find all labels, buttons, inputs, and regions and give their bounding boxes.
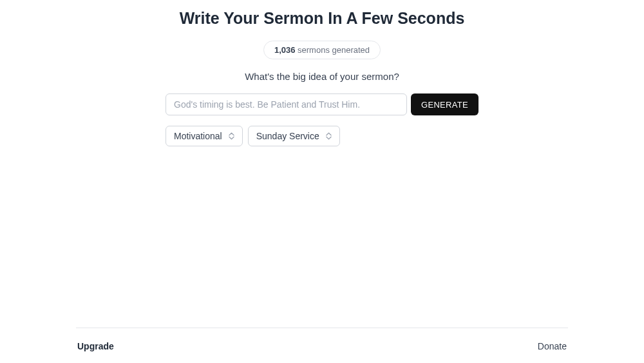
sermons-generated-badge: 1,036 sermons generated [263, 41, 381, 59]
tone-select-label: Motivational [174, 131, 222, 141]
prompt-label: What's the big idea of your sermon? [245, 71, 399, 82]
sermons-count: 1,036 [274, 45, 296, 55]
sermons-label: sermons generated [295, 45, 370, 55]
tone-select[interactable]: Motivational [166, 126, 243, 146]
upgrade-link[interactable]: Upgrade [77, 341, 114, 351]
chevron-up-down-icon [326, 132, 332, 140]
chevron-up-down-icon [229, 132, 234, 140]
generate-button[interactable]: GENERATE [411, 93, 478, 115]
occasion-select-label: Sunday Service [256, 131, 319, 141]
page-title: Write Your Sermon In A Few Seconds [180, 9, 465, 28]
donate-link[interactable]: Donate [538, 341, 567, 351]
footer: Upgrade Donate [76, 328, 568, 363]
occasion-select[interactable]: Sunday Service [248, 126, 340, 146]
sermon-idea-input[interactable] [166, 93, 407, 115]
